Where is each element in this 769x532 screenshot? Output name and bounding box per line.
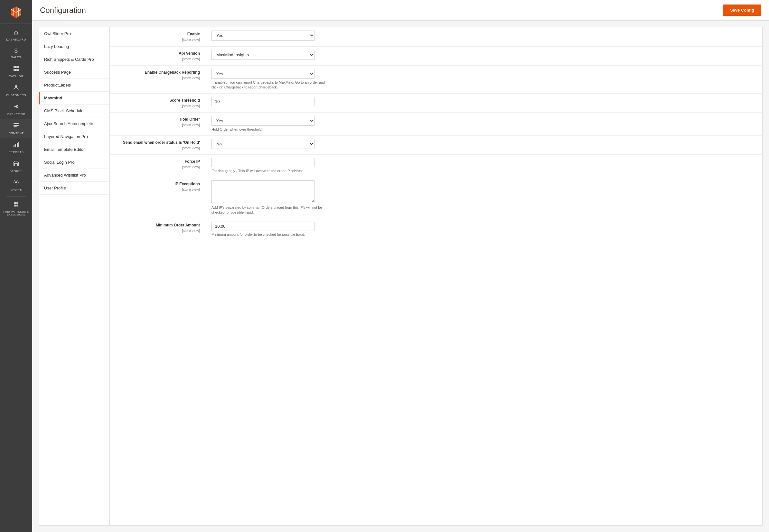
field-label: Hold Order [114, 116, 200, 122]
field-label: Score Threshold [114, 97, 200, 103]
settings-row: Score Threshold[store view] [110, 93, 762, 113]
settings-value-cell [206, 93, 762, 113]
sidebar-item-reports[interactable]: REPORTS [0, 138, 32, 157]
left-nav-item-rich-snippets[interactable]: Rich Snippets & Cards Pro [39, 53, 109, 66]
left-nav-item-user-profile[interactable]: User Profile [39, 182, 109, 195]
dashboard-icon: ⊙ [14, 30, 19, 37]
settings-value-cell: YesNoIf Enabled, you can report Chargeba… [206, 66, 762, 94]
settings-table: Enable[store view]YesNoApi Version[store… [110, 27, 762, 241]
field-hint: Hold Order when over threshold. [212, 127, 327, 132]
svg-rect-1 [16, 66, 19, 68]
field-scope: [store view] [114, 75, 200, 81]
field-hint: Add IP's separated by comma - Orders pla… [212, 205, 327, 215]
svg-rect-0 [14, 66, 16, 68]
settings-row: Api Version[store view]MaxMind InsightsM… [110, 46, 762, 66]
left-nav-item-layered-nav[interactable]: Layered Navigation Pro [39, 130, 109, 143]
sidebar-item-content[interactable]: CONTENT [0, 119, 32, 138]
field-input-force-ip[interactable] [212, 158, 315, 167]
sidebar-item-dashboard[interactable]: ⊙ DASHBOARD [0, 26, 32, 44]
field-scope: [store view] [114, 56, 200, 62]
settings-value-cell: For debug only - This IP will overwrite … [206, 155, 762, 177]
settings-label-cell: Api Version[store view] [110, 46, 206, 66]
left-nav-item-email-template[interactable]: Email Template Editor [39, 143, 109, 156]
left-nav-item-success-page[interactable]: Success Page [39, 66, 109, 79]
field-select-enable-chargeback[interactable]: YesNo [212, 69, 315, 79]
left-nav-item-product-labels[interactable]: ProductLabels [39, 79, 109, 92]
content-body: Owl Slider Pro Lazy Loading Rich Snippet… [32, 21, 769, 532]
field-input-min-order-amount[interactable] [212, 222, 315, 231]
settings-value-cell: Add IP's separated by comma - Orders pla… [206, 177, 762, 218]
svg-rect-18 [16, 205, 18, 206]
field-select-hold-order[interactable]: YesNo [212, 116, 315, 126]
top-bar: Configuration Save Config [32, 0, 769, 21]
field-label: Enable Chargeback Reporting [114, 69, 200, 75]
field-select-send-email[interactable]: YesNo [212, 139, 315, 149]
left-nav-item-social-login[interactable]: Social Login Pro [39, 156, 109, 169]
settings-row: Force IP[store view]For debug only - Thi… [110, 155, 762, 177]
field-input-score-threshold[interactable] [212, 97, 315, 106]
save-config-button[interactable]: Save Config [723, 5, 761, 16]
settings-value-cell: YesNo [206, 135, 762, 155]
field-select-enable[interactable]: YesNo [212, 31, 315, 41]
settings-row: Hold Order[store view]YesNoHold Order wh… [110, 113, 762, 135]
left-nav-item-owl-slider[interactable]: Owl Slider Pro [39, 27, 109, 40]
settings-label-cell: Force IP[store view] [110, 155, 206, 177]
sidebar-item-partners[interactable]: FIND PARTNERS & EXTENSIONS [0, 198, 32, 219]
sidebar-item-label: STORES [10, 170, 23, 173]
app-wrapper: ⊙ DASHBOARD $ SALES CATALOG [0, 0, 769, 532]
svg-rect-17 [14, 205, 16, 206]
content-icon [13, 122, 19, 130]
field-scope: [store view] [114, 228, 200, 234]
sidebar-item-marketing[interactable]: MARKETING [0, 100, 32, 119]
field-scope: [store view] [114, 37, 200, 42]
field-label: Send email when order status is 'On Hold… [114, 140, 200, 145]
sidebar: ⊙ DASHBOARD $ SALES CATALOG [0, 0, 32, 532]
sidebar-item-label: CATALOG [9, 75, 23, 78]
sidebar-item-label: CONTENT [9, 132, 24, 135]
svg-rect-15 [14, 202, 16, 204]
sidebar-item-sales[interactable]: $ SALES [0, 44, 32, 62]
sidebar-item-customers[interactable]: CUSTOMERS [0, 81, 32, 100]
main-area: Configuration Save Config Owl Slider Pro… [32, 0, 769, 532]
svg-rect-2 [14, 69, 16, 71]
svg-rect-8 [14, 145, 14, 147]
settings-panel: Enable[store view]YesNoApi Version[store… [109, 27, 763, 526]
settings-value-cell: YesNoHold Order when over threshold. [206, 113, 762, 135]
page-title: Configuration [40, 6, 86, 15]
sidebar-item-label: SALES [11, 56, 21, 59]
svg-rect-6 [14, 125, 19, 126]
sales-icon: $ [14, 48, 18, 54]
field-textarea-ip-exceptions[interactable] [212, 180, 315, 203]
field-label: Force IP [114, 159, 200, 164]
field-scope: [store view] [114, 122, 200, 128]
field-label: Minimum Order Amount [114, 222, 200, 228]
sidebar-item-system[interactable]: SYSTEM [0, 176, 32, 195]
settings-value-cell: MaxMind InsightsMaxMind Legacy [206, 46, 762, 66]
field-hint: Minimum amount for order to be checked f… [212, 232, 327, 237]
sidebar-item-stores[interactable]: STORES [0, 157, 32, 176]
settings-label-cell: Hold Order[store view] [110, 113, 206, 135]
field-select-api-version[interactable]: MaxMind InsightsMaxMind Legacy [212, 50, 315, 60]
svg-rect-9 [15, 144, 16, 147]
field-scope: [store view] [114, 187, 200, 192]
stores-icon [13, 160, 19, 168]
left-nav-item-maxmind[interactable]: Maxmind [39, 92, 109, 105]
sidebar-logo [0, 0, 32, 23]
settings-label-cell: Score Threshold[store view] [110, 93, 206, 113]
left-nav-item-cms-block[interactable]: CMS Block Scheduler [39, 105, 109, 117]
sidebar-item-catalog[interactable]: CATALOG [0, 62, 32, 81]
sidebar-divider-2 [6, 196, 26, 197]
left-nav-item-advanced-wishlist[interactable]: Advanced Wishlist Pro [39, 169, 109, 182]
left-nav-item-ajax-search[interactable]: Ajax Search Autocomplete [39, 117, 109, 130]
settings-label-cell: Send email when order status is 'On Hold… [110, 135, 206, 155]
settings-label-cell: Minimum Order Amount[store view] [110, 218, 206, 241]
field-hint: If Enabled, you can report Chargebacks t… [212, 80, 327, 90]
field-scope: [store view] [114, 103, 200, 109]
left-nav-item-lazy-loading[interactable]: Lazy Loading [39, 40, 109, 53]
settings-row: Minimum Order Amount[store view]Minimum … [110, 218, 762, 241]
catalog-icon [13, 65, 19, 73]
sidebar-item-label: DASHBOARD [6, 38, 26, 41]
field-hint: For debug only - This IP will overwrite … [212, 169, 327, 173]
field-label: Api Version [114, 50, 200, 56]
svg-rect-16 [16, 202, 18, 204]
